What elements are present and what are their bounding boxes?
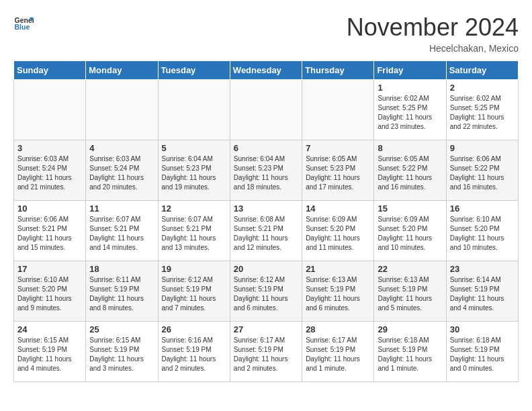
logo: General Blue [13,13,34,34]
day-number: 9 [450,143,515,153]
day-info: Sunrise: 6:03 AM Sunset: 5:24 PM Dayligh… [89,154,154,192]
weekday-header-wednesday: Wednesday [230,61,302,80]
location: Hecelchakan, Mexico [347,43,519,54]
day-info: Sunrise: 6:07 AM Sunset: 5:21 PM Dayligh… [89,215,154,253]
weekday-header-sunday: Sunday [14,61,86,80]
day-number: 23 [450,264,515,274]
day-number: 14 [306,203,370,214]
calendar-cell: 24Sunrise: 6:15 AM Sunset: 5:19 PM Dayli… [14,322,86,382]
day-info: Sunrise: 6:09 AM Sunset: 5:20 PM Dayligh… [306,215,370,253]
day-info: Sunrise: 6:14 AM Sunset: 5:19 PM Dayligh… [450,275,515,313]
day-info: Sunrise: 6:16 AM Sunset: 5:19 PM Dayligh… [162,336,226,373]
day-number: 5 [162,143,226,153]
calendar-cell: 27Sunrise: 6:17 AM Sunset: 5:19 PM Dayli… [230,322,302,382]
calendar-cell: 16Sunrise: 6:10 AM Sunset: 5:20 PM Dayli… [446,201,518,261]
weekday-header-saturday: Saturday [446,61,518,80]
day-number: 2 [450,83,515,93]
calendar-week-5: 24Sunrise: 6:15 AM Sunset: 5:19 PM Dayli… [14,322,519,382]
calendar-cell [302,80,374,140]
day-number: 19 [162,264,226,274]
calendar-cell: 22Sunrise: 6:13 AM Sunset: 5:19 PM Dayli… [374,261,446,322]
calendar-cell: 25Sunrise: 6:15 AM Sunset: 5:19 PM Dayli… [86,322,158,382]
day-number: 20 [234,264,298,274]
day-info: Sunrise: 6:06 AM Sunset: 5:22 PM Dayligh… [450,154,515,192]
day-number: 25 [89,324,154,334]
day-number: 30 [450,324,515,334]
day-number: 17 [17,264,82,274]
calendar-week-4: 17Sunrise: 6:10 AM Sunset: 5:20 PM Dayli… [14,261,519,322]
calendar-week-3: 10Sunrise: 6:06 AM Sunset: 5:21 PM Dayli… [14,201,519,261]
calendar-cell: 29Sunrise: 6:18 AM Sunset: 5:19 PM Dayli… [374,322,446,382]
day-info: Sunrise: 6:02 AM Sunset: 5:25 PM Dayligh… [378,94,442,132]
day-number: 24 [17,324,82,334]
calendar-table: SundayMondayTuesdayWednesdayThursdayFrid… [13,60,519,382]
calendar-cell: 1Sunrise: 6:02 AM Sunset: 5:25 PM Daylig… [374,80,446,140]
calendar-cell: 26Sunrise: 6:16 AM Sunset: 5:19 PM Dayli… [158,322,230,382]
calendar-cell [230,80,302,140]
calendar-cell [158,80,230,140]
calendar-cell: 30Sunrise: 6:18 AM Sunset: 5:19 PM Dayli… [446,322,518,382]
day-number: 27 [234,324,298,334]
day-number: 29 [378,324,442,334]
day-info: Sunrise: 6:03 AM Sunset: 5:24 PM Dayligh… [17,154,82,192]
day-info: Sunrise: 6:09 AM Sunset: 5:20 PM Dayligh… [378,215,442,253]
calendar-cell: 2Sunrise: 6:02 AM Sunset: 5:25 PM Daylig… [446,80,518,140]
weekday-header-thursday: Thursday [302,61,374,80]
calendar-cell: 17Sunrise: 6:10 AM Sunset: 5:20 PM Dayli… [14,261,86,322]
calendar-cell: 4Sunrise: 6:03 AM Sunset: 5:24 PM Daylig… [86,140,158,201]
logo-icon: General Blue [13,13,34,34]
calendar-cell: 12Sunrise: 6:07 AM Sunset: 5:21 PM Dayli… [158,201,230,261]
day-number: 10 [17,203,82,214]
day-number: 13 [234,203,298,214]
day-info: Sunrise: 6:10 AM Sunset: 5:20 PM Dayligh… [450,215,515,253]
weekday-header-friday: Friday [374,61,446,80]
day-info: Sunrise: 6:05 AM Sunset: 5:22 PM Dayligh… [378,154,442,192]
day-number: 11 [89,203,154,214]
calendar-cell: 9Sunrise: 6:06 AM Sunset: 5:22 PM Daylig… [446,140,518,201]
day-number: 12 [162,203,226,214]
weekday-header-monday: Monday [86,61,158,80]
day-number: 7 [306,143,370,153]
calendar-header-row: SundayMondayTuesdayWednesdayThursdayFrid… [14,61,519,80]
day-info: Sunrise: 6:11 AM Sunset: 5:19 PM Dayligh… [89,275,154,313]
day-info: Sunrise: 6:18 AM Sunset: 5:19 PM Dayligh… [378,336,442,373]
day-info: Sunrise: 6:18 AM Sunset: 5:19 PM Dayligh… [450,336,515,373]
calendar-cell: 5Sunrise: 6:04 AM Sunset: 5:23 PM Daylig… [158,140,230,201]
weekday-header-tuesday: Tuesday [158,61,230,80]
day-number: 22 [378,264,442,274]
calendar-week-1: 1Sunrise: 6:02 AM Sunset: 5:25 PM Daylig… [14,80,519,140]
day-number: 15 [378,203,442,214]
day-info: Sunrise: 6:17 AM Sunset: 5:19 PM Dayligh… [306,336,370,373]
calendar-cell: 18Sunrise: 6:11 AM Sunset: 5:19 PM Dayli… [86,261,158,322]
day-number: 18 [89,264,154,274]
day-info: Sunrise: 6:04 AM Sunset: 5:23 PM Dayligh… [162,154,226,192]
calendar-cell: 11Sunrise: 6:07 AM Sunset: 5:21 PM Dayli… [86,201,158,261]
day-info: Sunrise: 6:15 AM Sunset: 5:19 PM Dayligh… [89,336,154,373]
calendar-cell: 7Sunrise: 6:05 AM Sunset: 5:23 PM Daylig… [302,140,374,201]
day-number: 26 [162,324,226,334]
day-info: Sunrise: 6:08 AM Sunset: 5:21 PM Dayligh… [234,215,298,253]
day-number: 28 [306,324,370,334]
calendar-cell: 8Sunrise: 6:05 AM Sunset: 5:22 PM Daylig… [374,140,446,201]
title-block: November 2024 Hecelchakan, Mexico [347,13,519,54]
calendar-cell: 19Sunrise: 6:12 AM Sunset: 5:19 PM Dayli… [158,261,230,322]
calendar-cell: 21Sunrise: 6:13 AM Sunset: 5:19 PM Dayli… [302,261,374,322]
day-number: 8 [378,143,442,153]
day-number: 3 [17,143,82,153]
day-info: Sunrise: 6:13 AM Sunset: 5:19 PM Dayligh… [378,275,442,313]
calendar-cell [14,80,86,140]
calendar-week-2: 3Sunrise: 6:03 AM Sunset: 5:24 PM Daylig… [14,140,519,201]
calendar-cell: 10Sunrise: 6:06 AM Sunset: 5:21 PM Dayli… [14,201,86,261]
calendar-cell [86,80,158,140]
calendar-cell: 28Sunrise: 6:17 AM Sunset: 5:19 PM Dayli… [302,322,374,382]
day-info: Sunrise: 6:04 AM Sunset: 5:23 PM Dayligh… [234,154,298,192]
day-number: 21 [306,264,370,274]
day-info: Sunrise: 6:12 AM Sunset: 5:19 PM Dayligh… [234,275,298,313]
day-info: Sunrise: 6:06 AM Sunset: 5:21 PM Dayligh… [17,215,82,253]
month-title: November 2024 [347,13,519,42]
day-info: Sunrise: 6:13 AM Sunset: 5:19 PM Dayligh… [306,275,370,313]
calendar-cell: 3Sunrise: 6:03 AM Sunset: 5:24 PM Daylig… [14,140,86,201]
svg-text:Blue: Blue [15,23,30,31]
calendar-cell: 15Sunrise: 6:09 AM Sunset: 5:20 PM Dayli… [374,201,446,261]
calendar-cell: 23Sunrise: 6:14 AM Sunset: 5:19 PM Dayli… [446,261,518,322]
